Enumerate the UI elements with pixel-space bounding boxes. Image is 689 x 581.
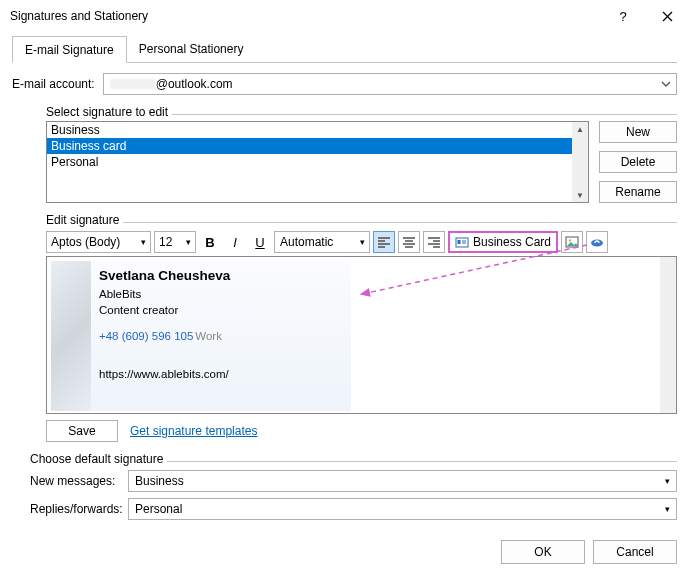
ok-button[interactable]: OK (501, 540, 585, 564)
align-left-button[interactable] (373, 231, 395, 253)
tab-personal-stationery[interactable]: Personal Stationery (127, 36, 256, 62)
card-url: https://www.ablebits.com/ (99, 366, 230, 382)
align-right-button[interactable] (423, 231, 445, 253)
scrollbar[interactable] (660, 257, 676, 413)
window-title: Signatures and Stationery (10, 9, 148, 23)
email-account-select[interactable]: @outlook.com (103, 73, 677, 95)
email-account-label: E-mail account: (12, 77, 95, 91)
bold-button[interactable]: B (199, 231, 221, 253)
list-item[interactable]: Business card (47, 138, 572, 154)
masked-account (110, 79, 156, 89)
card-company: AbleBits (99, 286, 230, 302)
scrollbar[interactable]: ▲ ▼ (572, 122, 588, 202)
insert-link-button[interactable] (586, 231, 608, 253)
rename-button[interactable]: Rename (599, 181, 677, 203)
toolbar: Aptos (Body)▾ 12▾ B I U Automatic▾ Busin… (46, 231, 677, 253)
picture-icon (565, 236, 579, 248)
new-messages-select[interactable]: Business ▾ (128, 470, 677, 492)
font-color-select[interactable]: Automatic▾ (274, 231, 370, 253)
help-button[interactable]: ? (601, 0, 645, 32)
choose-default-label: Choose default signature (30, 452, 163, 466)
scroll-up-icon[interactable]: ▲ (572, 122, 588, 136)
svg-point-19 (569, 239, 571, 241)
align-center-button[interactable] (398, 231, 420, 253)
chevron-down-icon: ▾ (355, 237, 369, 247)
chevron-down-icon: ▾ (658, 504, 676, 514)
business-card-button[interactable]: Business Card (448, 231, 558, 253)
title-bar: Signatures and Stationery ? (0, 0, 689, 32)
chevron-down-icon: ▾ (136, 237, 150, 247)
new-messages-label: New messages: (30, 474, 128, 488)
list-item[interactable]: Business (47, 122, 572, 138)
svg-rect-15 (458, 240, 461, 244)
card-name: Svetlana Cheusheva (99, 267, 230, 286)
chevron-down-icon (657, 74, 675, 94)
link-icon (590, 236, 604, 248)
replies-forwards-select[interactable]: Personal ▾ (128, 498, 677, 520)
chevron-down-icon: ▾ (658, 476, 676, 486)
business-card-preview: Svetlana Cheusheva AbleBits Content crea… (51, 261, 351, 411)
font-select[interactable]: Aptos (Body)▾ (46, 231, 151, 253)
edit-signature-label: Edit signature (46, 213, 119, 227)
font-size-select[interactable]: 12▾ (154, 231, 196, 253)
signature-editor[interactable]: Svetlana Cheusheva AbleBits Content crea… (46, 256, 677, 414)
save-button[interactable]: Save (46, 420, 118, 442)
scroll-down-icon[interactable]: ▼ (572, 188, 588, 202)
replies-forwards-label: Replies/forwards: (30, 502, 128, 516)
chevron-down-icon: ▾ (181, 237, 195, 247)
close-button[interactable] (645, 0, 689, 32)
new-button[interactable]: New (599, 121, 677, 143)
card-phone-kind: Work (195, 330, 222, 342)
card-phone: +48 (609) 596 105 (99, 330, 193, 342)
business-card-icon (455, 236, 469, 248)
delete-button[interactable]: Delete (599, 151, 677, 173)
italic-button[interactable]: I (224, 231, 246, 253)
email-account-value: @outlook.com (156, 77, 233, 91)
signature-listbox[interactable]: Business Business card Personal ▲ ▼ (46, 121, 589, 203)
insert-picture-button[interactable] (561, 231, 583, 253)
select-signature-label: Select signature to edit (46, 105, 168, 119)
tab-email-signature[interactable]: E-mail Signature (12, 36, 127, 63)
tabs: E-mail Signature Personal Stationery (12, 36, 677, 63)
list-item[interactable]: Personal (47, 154, 572, 170)
cancel-button[interactable]: Cancel (593, 540, 677, 564)
underline-button[interactable]: U (249, 231, 271, 253)
get-templates-link[interactable]: Get signature templates (130, 424, 257, 438)
card-role: Content creator (99, 302, 230, 318)
